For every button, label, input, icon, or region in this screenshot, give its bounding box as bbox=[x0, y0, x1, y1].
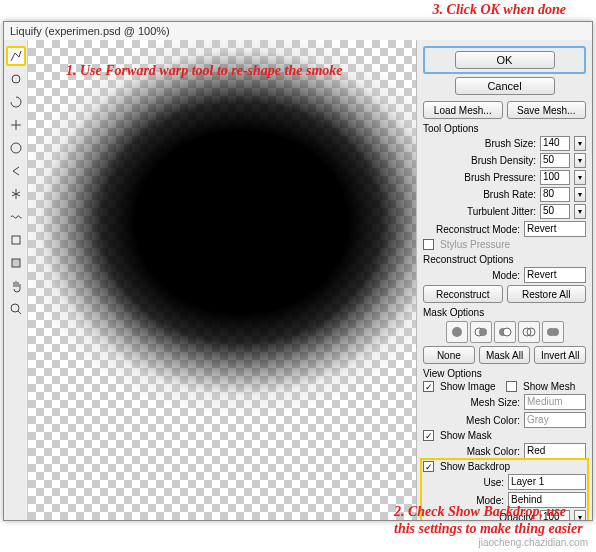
save-mesh-button[interactable]: Save Mesh... bbox=[507, 101, 587, 119]
brush-rate-label: Brush Rate: bbox=[423, 189, 536, 200]
freeze-mask-tool[interactable] bbox=[6, 230, 26, 250]
svg-rect-3 bbox=[12, 259, 20, 267]
svg-point-4 bbox=[11, 304, 19, 312]
tool-palette bbox=[4, 40, 28, 520]
mask-heading: Mask Options bbox=[423, 307, 586, 318]
mask-color-select[interactable]: Red bbox=[524, 443, 586, 459]
recon-mode2-select[interactable]: Revert bbox=[524, 267, 586, 283]
thaw-mask-tool[interactable] bbox=[6, 253, 26, 273]
mesh-size-select: Medium bbox=[524, 394, 586, 410]
load-mesh-button[interactable]: Load Mesh... bbox=[423, 101, 503, 119]
brush-rate-dropdown[interactable]: ▾ bbox=[574, 187, 586, 202]
turb-jitter-field[interactable]: 50 bbox=[540, 204, 570, 219]
pucker-tool[interactable] bbox=[6, 115, 26, 135]
annotation-step2: 2. Check Show Backdrop, use this setting… bbox=[394, 504, 584, 538]
mask-replace-icon[interactable] bbox=[446, 321, 468, 343]
smoke-image bbox=[28, 40, 416, 520]
view-heading: View Options bbox=[423, 368, 586, 379]
annotation-step1: 1. Use Forward warp tool to re-shape the… bbox=[66, 62, 343, 80]
tool-options-heading: Tool Options bbox=[423, 123, 586, 134]
show-mesh-label: Show Mesh bbox=[523, 381, 575, 392]
zoom-tool[interactable] bbox=[6, 299, 26, 319]
invert-all-button[interactable]: Invert All bbox=[534, 346, 586, 364]
options-panel: OK Cancel Load Mesh... Save Mesh... Tool… bbox=[416, 40, 592, 520]
svg-point-5 bbox=[452, 327, 462, 337]
turbulence-tool[interactable] bbox=[6, 207, 26, 227]
forward-warp-tool[interactable] bbox=[6, 46, 26, 66]
turb-jitter-label: Turbulent Jitter: bbox=[423, 206, 536, 217]
preview-canvas[interactable]: 1. Use Forward warp tool to re-shape the… bbox=[28, 40, 416, 520]
brush-pressure-field[interactable]: 100 bbox=[540, 170, 570, 185]
recon-mode-select[interactable]: Revert bbox=[524, 221, 586, 237]
mask-all-button[interactable]: Mask All bbox=[479, 346, 531, 364]
brush-density-field[interactable]: 50 bbox=[540, 153, 570, 168]
svg-point-1 bbox=[11, 143, 21, 153]
show-mesh-checkbox[interactable] bbox=[506, 381, 517, 392]
mask-none-button[interactable]: None bbox=[423, 346, 475, 364]
svg-rect-2 bbox=[12, 236, 20, 244]
mesh-size-label: Mesh Size: bbox=[423, 397, 520, 408]
brush-size-dropdown[interactable]: ▾ bbox=[574, 136, 586, 151]
reconstruct-button[interactable]: Reconstruct bbox=[423, 285, 503, 303]
show-mask-label: Show Mask bbox=[440, 430, 492, 441]
brush-rate-field[interactable]: 80 bbox=[540, 187, 570, 202]
mirror-tool[interactable] bbox=[6, 184, 26, 204]
brush-size-label: Brush Size: bbox=[423, 138, 536, 149]
brush-pressure-label: Brush Pressure: bbox=[423, 172, 536, 183]
recon-heading: Reconstruct Options bbox=[423, 254, 586, 265]
mesh-color-label: Mesh Color: bbox=[423, 415, 520, 426]
show-backdrop-checkbox[interactable]: ✓ bbox=[423, 461, 434, 472]
backdrop-use-label: Use: bbox=[423, 477, 504, 488]
mask-color-label: Mask Color: bbox=[423, 446, 520, 457]
stylus-checkbox bbox=[423, 239, 434, 250]
mesh-color-select: Gray bbox=[524, 412, 586, 428]
brush-density-label: Brush Density: bbox=[423, 155, 536, 166]
mask-add-icon[interactable] bbox=[470, 321, 492, 343]
watermark: jiaocheng.chazidian.com bbox=[478, 537, 588, 548]
recon-mode2-label: Mode: bbox=[423, 270, 520, 281]
ok-button[interactable]: OK bbox=[455, 51, 555, 69]
reconstruct-tool[interactable] bbox=[6, 69, 26, 89]
bloat-tool[interactable] bbox=[6, 138, 26, 158]
backdrop-use-select[interactable]: Layer 1 bbox=[508, 474, 586, 490]
svg-point-7 bbox=[479, 328, 487, 336]
stylus-label: Stylus Pressure bbox=[440, 239, 510, 250]
mask-subtract-icon[interactable] bbox=[494, 321, 516, 343]
svg-point-0 bbox=[12, 75, 20, 83]
annotation-step3: 3. Click OK when done bbox=[433, 2, 566, 18]
brush-size-field[interactable]: 140 bbox=[540, 136, 570, 151]
window-title: Liquify (experimen.psd @ 100%) bbox=[4, 22, 592, 40]
turb-jitter-dropdown[interactable]: ▾ bbox=[574, 204, 586, 219]
show-mask-checkbox[interactable]: ✓ bbox=[423, 430, 434, 441]
brush-pressure-dropdown[interactable]: ▾ bbox=[574, 170, 586, 185]
restore-all-button[interactable]: Restore All bbox=[507, 285, 587, 303]
svg-point-9 bbox=[503, 328, 511, 336]
mask-invert-icon[interactable] bbox=[542, 321, 564, 343]
svg-point-13 bbox=[551, 328, 559, 336]
hand-tool[interactable] bbox=[6, 276, 26, 296]
show-image-checkbox[interactable]: ✓ bbox=[423, 381, 434, 392]
push-left-tool[interactable] bbox=[6, 161, 26, 181]
recon-mode-label: Reconstruct Mode: bbox=[423, 224, 520, 235]
show-image-label: Show Image bbox=[440, 381, 502, 392]
show-backdrop-label: Show Backdrop bbox=[440, 461, 510, 472]
twirl-tool[interactable] bbox=[6, 92, 26, 112]
cancel-button[interactable]: Cancel bbox=[455, 77, 555, 95]
liquify-dialog: Liquify (experimen.psd @ 100%) 1. Use Fo… bbox=[3, 21, 593, 521]
brush-density-dropdown[interactable]: ▾ bbox=[574, 153, 586, 168]
mask-intersect-icon[interactable] bbox=[518, 321, 540, 343]
